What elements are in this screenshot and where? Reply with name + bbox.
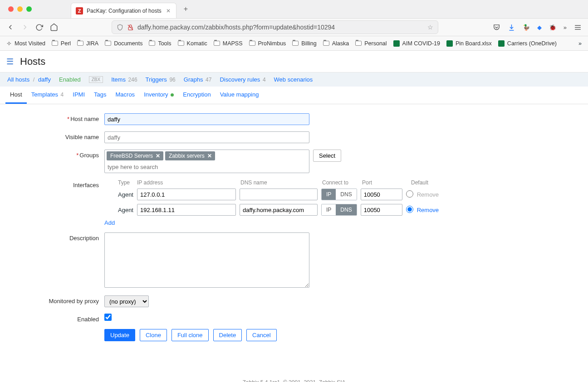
bookmark-star-icon[interactable]: ☆ <box>427 24 433 31</box>
group-chip: FreeBSD Servers✕ <box>107 151 163 160</box>
interface-row: Agent IP DNS Remove <box>118 189 442 200</box>
breadcrumb-all-hosts[interactable]: All hosts <box>7 76 29 83</box>
proxy-select[interactable]: (no proxy) <box>104 295 149 307</box>
default-radio[interactable] <box>406 190 413 198</box>
bookmark-documents[interactable]: Documents <box>105 40 142 47</box>
window-zoom-button[interactable] <box>26 6 32 12</box>
shield-icon[interactable] <box>117 24 123 31</box>
bookmark-tools[interactable]: Tools <box>149 40 171 47</box>
bookmarks-overflow-icon[interactable]: » <box>578 40 582 47</box>
link-web-scenarios[interactable]: Web scenarios <box>274 76 313 83</box>
close-tab-icon[interactable]: ✕ <box>165 8 172 14</box>
menu-toggle-icon[interactable]: ☰ <box>6 57 14 67</box>
visiblename-input[interactable] <box>104 131 309 143</box>
add-interface-link[interactable]: Add <box>104 219 115 226</box>
enabled-label: Enabled <box>9 314 104 323</box>
breadcrumb-bar: All hosts / daffy Enabled ZBX Items 246 … <box>0 73 588 87</box>
update-button[interactable]: Update <box>104 329 135 341</box>
connect-ip-option[interactable]: IP <box>322 189 336 200</box>
reload-icon[interactable] <box>35 24 44 31</box>
window-close-button[interactable] <box>8 6 14 12</box>
ext-icon-2[interactable]: ◆ <box>537 24 542 31</box>
cancel-button[interactable]: Cancel <box>246 329 276 341</box>
description-textarea[interactable] <box>104 232 309 288</box>
tab-tags[interactable]: Tags <box>89 87 111 104</box>
iface-port-input[interactable] <box>361 204 402 216</box>
iface-port-input[interactable] <box>361 189 402 200</box>
bookmark-jira[interactable]: JIRA <box>77 40 98 47</box>
app-menu-icon[interactable] <box>574 24 582 31</box>
tab-title: PacKay: Configuration of hosts <box>87 8 162 14</box>
tab-templates[interactable]: Templates 4 <box>27 87 69 104</box>
link-graphs[interactable]: Graphs <box>184 76 203 83</box>
iface-dns-input[interactable] <box>240 204 318 216</box>
bookmark-aim[interactable]: AIM COVID-19 <box>393 40 440 47</box>
interface-row: Agent IP DNS Remove <box>118 204 442 216</box>
host-tabs: Host Templates 4 IPMI Tags Macros Invent… <box>0 87 588 104</box>
back-icon[interactable] <box>6 23 15 31</box>
bookmark-billing[interactable]: Billing <box>292 40 316 47</box>
url-bar[interactable]: daffy.home.packay.com/zabbix/hosts.php?f… <box>112 20 438 34</box>
connect-dns-option[interactable]: DNS <box>336 189 356 200</box>
bookmark-most-visited[interactable]: ✧Most Visited <box>6 40 45 47</box>
inventory-dot-icon <box>171 93 174 97</box>
remove-chip-icon[interactable]: ✕ <box>156 153 160 159</box>
bookmark-pinboard[interactable]: Pin Board.xlsx <box>446 40 492 47</box>
excel-icon <box>393 40 400 47</box>
remove-interface-link[interactable]: Remove <box>417 207 439 213</box>
download-icon[interactable] <box>508 24 515 31</box>
bookmark-pronimbus[interactable]: ProNimbus <box>249 40 286 47</box>
link-triggers[interactable]: Triggers <box>146 76 167 83</box>
bookmark-alaska[interactable]: Alaska <box>323 40 349 47</box>
iface-ip-input[interactable] <box>137 204 236 216</box>
clone-button[interactable]: Clone <box>140 329 167 341</box>
bookmark-perl[interactable]: Perl <box>52 40 71 47</box>
link-discovery[interactable]: Discovery rules <box>220 76 260 83</box>
bookmark-komatic[interactable]: Komatic <box>178 40 207 47</box>
footer: Zabbix 5.4.1rc1. © 2001–2021, Zabbix SIA <box>0 361 588 382</box>
tab-strip: Z PacKay: Configuration of hosts ✕ + <box>0 0 588 18</box>
groups-multiselect[interactable]: FreeBSD Servers✕ Zabbix servers✕ <box>104 150 309 173</box>
connect-ip-option[interactable]: IP <box>322 204 336 215</box>
remove-chip-icon[interactable]: ✕ <box>207 153 212 159</box>
new-tab-button[interactable]: + <box>180 5 191 13</box>
tab-ipmi[interactable]: IPMI <box>68 87 89 104</box>
delete-button[interactable]: Delete <box>213 329 242 341</box>
browser-tab[interactable]: Z PacKay: Configuration of hosts ✕ <box>71 3 176 18</box>
groups-search-input[interactable] <box>107 162 307 172</box>
lock-strike-icon[interactable] <box>127 24 134 31</box>
tab-macros[interactable]: Macros <box>111 87 140 104</box>
visiblename-label: Visible name <box>9 131 104 140</box>
iface-dns-input[interactable] <box>240 189 318 200</box>
default-radio[interactable] <box>406 206 413 213</box>
ext-icon-1[interactable]: 🦆 <box>523 24 530 31</box>
overflow-chevrons-icon[interactable]: » <box>564 24 567 31</box>
browser-chrome: Z PacKay: Configuration of hosts ✕ + daf… <box>0 0 588 51</box>
footer-link[interactable]: Zabbix SIA <box>319 379 346 382</box>
enabled-checkbox[interactable] <box>104 314 112 321</box>
interfaces-label: Interfaces <box>9 179 104 189</box>
tab-inventory[interactable]: Inventory <box>139 87 178 104</box>
window-controls <box>4 6 36 12</box>
window-minimize-button[interactable] <box>17 6 23 12</box>
bookmark-mapss[interactable]: MAPSS <box>214 40 243 47</box>
ext-icon-3[interactable]: 🐞 <box>549 24 556 31</box>
pocket-icon[interactable] <box>493 24 500 31</box>
bookmark-carriers[interactable]: Carriers (OneDrive) <box>498 40 557 47</box>
connect-to-toggle: IP DNS <box>321 204 357 216</box>
groups-select-button[interactable]: Select <box>313 150 341 162</box>
excel-icon <box>446 40 453 47</box>
connect-dns-option[interactable]: DNS <box>336 204 356 215</box>
bookmark-personal[interactable]: Personal <box>355 40 387 47</box>
sharepoint-icon <box>498 40 505 47</box>
tab-host[interactable]: Host <box>5 87 27 104</box>
full-clone-button[interactable]: Full clone <box>172 329 209 341</box>
hostname-input[interactable] <box>104 113 309 125</box>
folder-icon <box>52 41 58 46</box>
iface-ip-input[interactable] <box>137 189 236 200</box>
tab-value-mapping[interactable]: Value mapping <box>216 87 264 104</box>
home-icon[interactable] <box>50 23 58 31</box>
breadcrumb-host: daffy <box>38 76 51 83</box>
link-items[interactable]: Items <box>111 76 126 83</box>
tab-encryption[interactable]: Encryption <box>178 87 215 104</box>
